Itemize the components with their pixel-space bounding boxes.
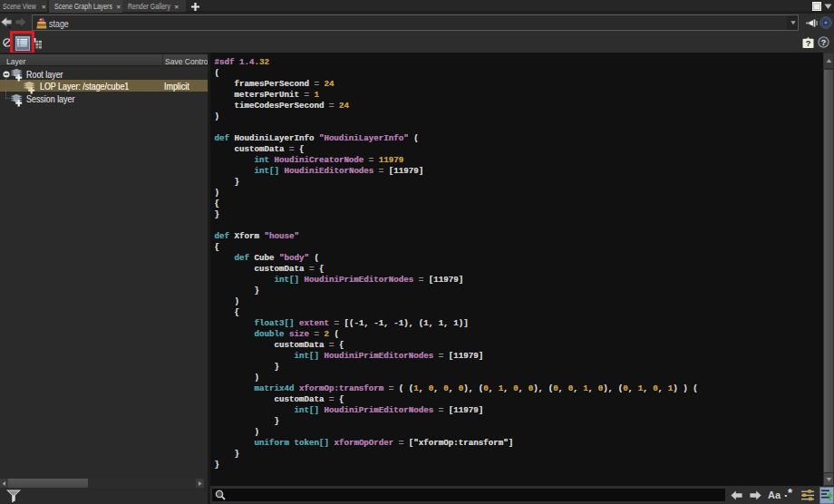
svg-text:?: ? bbox=[821, 37, 826, 46]
svg-text:?: ? bbox=[805, 39, 810, 48]
